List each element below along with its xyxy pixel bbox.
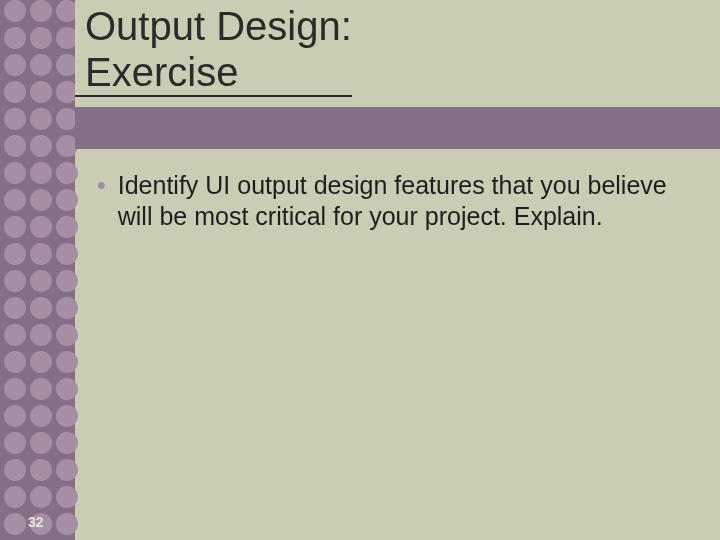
title-line-2: Exercise	[85, 50, 238, 94]
bullet-icon: •	[75, 170, 118, 233]
title-line-1: Output Design:	[85, 4, 352, 48]
decorative-dot-column	[0, 0, 75, 540]
bullet-item: • Identify UI output design features tha…	[75, 170, 700, 233]
accent-strip	[75, 107, 720, 149]
slide-body: • Identify UI output design features tha…	[75, 170, 700, 233]
title-area: Output Design: Exercise	[75, 0, 720, 107]
page-number: 32	[28, 514, 44, 530]
bullet-text: Identify UI output design features that …	[118, 170, 700, 233]
slide-title: Output Design: Exercise	[75, 0, 352, 97]
